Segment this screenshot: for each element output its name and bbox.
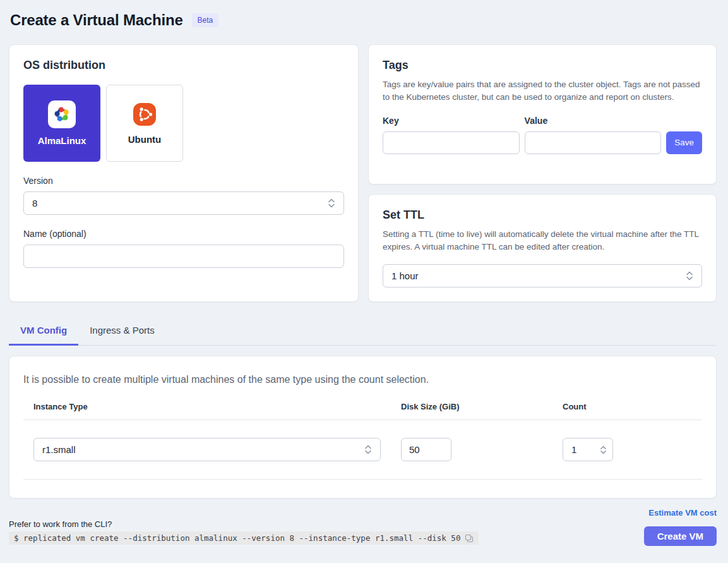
instance-table-row: r1.small 1 xyxy=(23,420,702,480)
instance-type-select[interactable]: r1.small xyxy=(33,438,381,461)
ubuntu-icon xyxy=(132,102,157,127)
column-header-count: Count xyxy=(563,402,702,411)
os-panel-title: OS distribution xyxy=(23,59,344,72)
chevron-updown-icon xyxy=(686,270,693,281)
tags-panel: Tags Tags are key/value pairs that are a… xyxy=(368,44,717,185)
os-card-almalinux[interactable]: AlmaLinux xyxy=(23,85,100,162)
os-card-label: Ubuntu xyxy=(128,134,161,145)
instance-type-cell: r1.small xyxy=(33,438,401,461)
almalinux-icon xyxy=(48,100,76,128)
count-cell: 1 xyxy=(563,438,702,461)
tags-description: Tags are key/value pairs that are assign… xyxy=(383,78,702,104)
config-tabs: VM Config Ingress & Ports xyxy=(9,319,717,346)
os-card-ubuntu[interactable]: Ubuntu xyxy=(106,85,183,162)
ttl-description: Setting a TTL (time to live) will automa… xyxy=(383,228,702,254)
beta-badge: Beta xyxy=(192,13,219,27)
tag-value-input[interactable] xyxy=(525,131,662,154)
disk-size-input[interactable] xyxy=(401,438,451,461)
vm-config-intro: It is possible to create multiple virtua… xyxy=(23,374,702,385)
tags-title: Tags xyxy=(383,59,702,72)
disk-size-cell xyxy=(401,438,563,461)
right-column: Tags Tags are key/value pairs that are a… xyxy=(368,44,717,302)
page-header: Create a Virtual Machine Beta xyxy=(10,11,717,29)
vm-name-input[interactable] xyxy=(23,245,344,268)
column-header-instance-type: Instance Type xyxy=(33,402,401,411)
top-panels: OS distribution xyxy=(9,44,717,302)
vm-name-label: Name (optional) xyxy=(23,229,344,239)
save-tag-button[interactable]: Save xyxy=(666,131,702,154)
copy-icon[interactable] xyxy=(465,534,474,543)
ttl-select-value: 1 hour xyxy=(391,270,419,281)
tag-value-field-group: Value xyxy=(525,116,662,154)
cli-command-bar: $ replicated vm create --distribution al… xyxy=(9,531,479,545)
tag-value-label: Value xyxy=(525,116,662,126)
count-stepper[interactable]: 1 xyxy=(563,438,613,461)
tab-vm-config[interactable]: VM Config xyxy=(9,319,78,346)
cli-section: Prefer to work from the CLI? $ replicate… xyxy=(9,506,479,546)
os-distribution-panel: OS distribution xyxy=(9,44,359,302)
create-vm-page: Create a Virtual Machine Beta OS distrib… xyxy=(0,0,728,546)
column-header-disk-size: Disk Size (GiB) xyxy=(401,402,563,411)
estimate-vm-cost-link[interactable]: Estimate VM cost xyxy=(648,508,717,518)
version-label: Version xyxy=(23,176,344,186)
page-title: Create a Virtual Machine xyxy=(10,11,183,29)
os-card-label: AlmaLinux xyxy=(38,135,87,146)
vm-config-panel: It is possible to create multiple virtua… xyxy=(9,356,717,499)
footer-actions: Estimate VM cost Create VM xyxy=(644,506,717,546)
tag-key-input[interactable] xyxy=(383,131,520,154)
ttl-select[interactable]: 1 hour xyxy=(383,264,702,288)
os-cards: AlmaLinux xyxy=(23,85,344,162)
version-select[interactable]: 8 xyxy=(23,191,344,215)
version-select-value: 8 xyxy=(32,198,37,209)
count-value: 1 xyxy=(571,444,576,455)
tags-fields: Key Value Save xyxy=(383,116,702,154)
set-ttl-panel: Set TTL Setting a TTL (time to live) wil… xyxy=(368,194,717,302)
tag-key-field-group: Key xyxy=(383,116,520,154)
create-vm-button[interactable]: Create VM xyxy=(644,526,717,546)
chevron-updown-icon xyxy=(328,198,335,209)
instance-table: Instance Type Disk Size (GiB) Count r1.s… xyxy=(23,402,702,480)
cli-command-text: $ replicated vm create --distribution al… xyxy=(14,533,460,543)
tag-key-label: Key xyxy=(383,116,520,126)
stepper-updown-icon[interactable] xyxy=(600,445,607,455)
tab-ingress-ports[interactable]: Ingress & Ports xyxy=(78,319,166,346)
chevron-updown-icon xyxy=(364,444,372,455)
page-footer: Prefer to work from the CLI? $ replicate… xyxy=(9,506,717,546)
instance-table-header: Instance Type Disk Size (GiB) Count xyxy=(23,402,702,420)
ttl-title: Set TTL xyxy=(383,209,702,222)
cli-prompt-text: Prefer to work from the CLI? xyxy=(9,519,479,529)
instance-type-value: r1.small xyxy=(42,444,76,455)
